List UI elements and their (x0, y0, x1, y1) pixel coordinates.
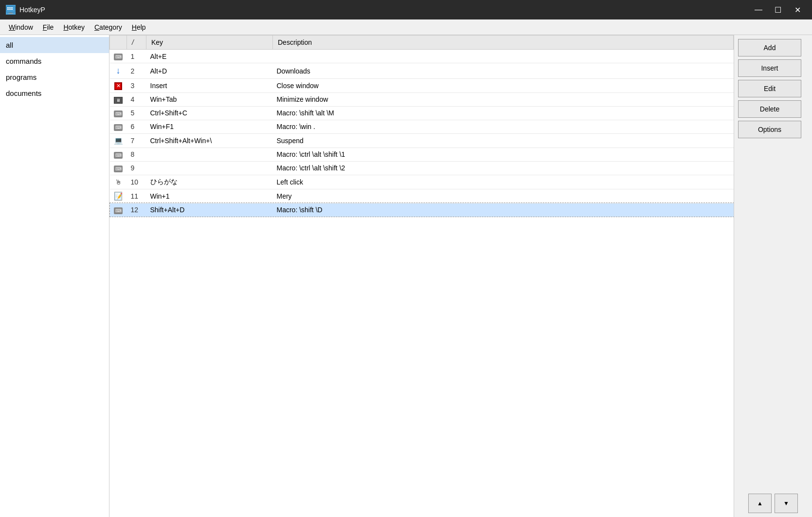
row-desc: Macro: \shift \alt \M (273, 106, 734, 120)
row-desc: Left click (273, 175, 734, 189)
row-key (146, 161, 273, 175)
table-row[interactable]: ⌨ 5 Ctrl+Shift+C Macro: \shift \alt \M (110, 106, 734, 120)
table-row[interactable]: 🖱 10 ひらがな Left click (110, 175, 734, 189)
row-num: 12 (127, 203, 146, 217)
insert-button[interactable]: Insert (738, 59, 801, 77)
col-icon (110, 36, 127, 50)
row-icon-cell: ⌨ (110, 120, 127, 133)
notepad-icon: 📝 (114, 192, 122, 201)
options-button[interactable]: Options (738, 121, 801, 138)
edit-button[interactable]: Edit (738, 80, 801, 97)
row-key: Alt+E (146, 50, 273, 63)
move-up-button[interactable]: ▲ (748, 494, 772, 513)
svg-rect-3 (11, 7, 13, 8)
row-icon-cell: ⌨ (110, 106, 127, 120)
menu-category[interactable]: Category (90, 21, 127, 33)
sidebar-item-all[interactable]: all (0, 37, 109, 53)
row-icon-cell: ⌨ (110, 50, 127, 63)
row-desc: Mery (273, 189, 734, 203)
table-row[interactable]: ↓ 2 Alt+D Downloads (110, 63, 734, 79)
row-num: 6 (127, 120, 146, 133)
row-num: 1 (127, 50, 146, 63)
move-down-button[interactable]: ▼ (775, 494, 798, 513)
keyboard-icon: ⌨ (114, 111, 123, 117)
col-description[interactable]: Description (273, 36, 734, 50)
row-key (146, 148, 273, 161)
right-panel: Add Insert Edit Delete Options ▲ ▼ (734, 35, 812, 517)
menu-hotkey[interactable]: Hotkey (58, 21, 90, 33)
table-row[interactable]: ⌨ 6 Win+F1 Macro: \win . (110, 120, 734, 133)
row-desc: Downloads (273, 63, 734, 79)
row-desc: Suspend (273, 133, 734, 148)
row-desc: Minimize window (273, 92, 734, 106)
row-key: Ctrl+Shift+Alt+Win+\ (146, 133, 273, 148)
sidebar-item-programs[interactable]: programs (0, 69, 109, 85)
row-key: Alt+D (146, 63, 273, 79)
row-desc: Close window (273, 79, 734, 93)
content-area: all commands programs documents / Key De… (0, 35, 812, 517)
row-icon-cell: ↓ (110, 63, 127, 79)
row-icon-cell: ⌨ (110, 161, 127, 175)
menu-window[interactable]: Window (4, 21, 38, 33)
table-row[interactable]: 📝 11 Win+1 Mery (110, 189, 734, 203)
row-num: 9 (127, 161, 146, 175)
svg-rect-4 (7, 9, 9, 10)
svg-rect-1 (7, 7, 9, 8)
row-num: 3 (127, 79, 146, 93)
hotkey-table-area: / Key Description ⌨ 1 Alt+E (109, 35, 734, 517)
close-x-icon: ✕ (114, 82, 122, 90)
table-row[interactable]: 🖥 4 Win+Tab Minimize window (110, 92, 734, 106)
title-bar: HotkeyP — ☐ ✕ (0, 0, 812, 19)
table-row[interactable]: ⌨ 8 Macro: \ctrl \alt \shift \1 (110, 148, 734, 161)
menu-file[interactable]: File (38, 21, 59, 33)
sidebar-item-commands[interactable]: commands (0, 53, 109, 69)
sidebar-item-documents[interactable]: documents (0, 85, 109, 101)
window-title: HotkeyP (19, 6, 750, 14)
row-key: Ctrl+Shift+C (146, 106, 273, 120)
row-desc: Macro: \ctrl \alt \shift \2 (273, 161, 734, 175)
row-desc: Macro: \ctrl \alt \shift \1 (273, 148, 734, 161)
app-icon (6, 5, 16, 15)
svg-rect-6 (11, 9, 13, 10)
row-num: 5 (127, 106, 146, 120)
row-key: Insert (146, 79, 273, 93)
row-icon-cell: 💻 (110, 133, 127, 148)
download-icon: ↓ (116, 66, 121, 75)
row-key: Win+Tab (146, 92, 273, 106)
table-row[interactable]: ✕ 3 Insert Close window (110, 79, 734, 93)
table-row[interactable]: ⌨ 1 Alt+E (110, 50, 734, 63)
table-row[interactable]: ⌨ 9 Macro: \ctrl \alt \shift \2 (110, 161, 734, 175)
keyboard-icon: ⌨ (114, 152, 123, 159)
maximize-button[interactable]: ☐ (769, 2, 787, 17)
col-key[interactable]: Key (146, 36, 273, 50)
delete-button[interactable]: Delete (738, 100, 801, 118)
row-icon-cell: ✕ (110, 79, 127, 93)
table-row[interactable]: 💻 7 Ctrl+Shift+Alt+Win+\ Suspend (110, 133, 734, 148)
row-num: 2 (127, 63, 146, 79)
main-window: HotkeyP — ☐ ✕ Window File Hotkey Categor… (0, 0, 812, 517)
row-icon-cell: 🖱 (110, 175, 127, 189)
keyboard-icon: ⌨ (114, 207, 123, 214)
row-key: Shift+Alt+D (146, 203, 273, 217)
close-button[interactable]: ✕ (789, 2, 806, 17)
table-row[interactable]: ⌨ 12 Shift+Alt+D Macro: \shift \D (110, 203, 734, 217)
menu-help[interactable]: Help (127, 21, 151, 33)
sidebar: all commands programs documents (0, 35, 109, 517)
row-key: Win+1 (146, 189, 273, 203)
row-num: 7 (127, 133, 146, 148)
row-icon-cell: ⌨ (110, 148, 127, 161)
row-key: ひらがな (146, 175, 273, 189)
svg-rect-2 (9, 7, 11, 8)
menu-bar: Window File Hotkey Category Help (0, 19, 812, 35)
row-icon-cell: ⌨ (110, 203, 127, 217)
row-desc: Macro: \win . (273, 120, 734, 133)
svg-rect-5 (9, 9, 11, 10)
minimize-button[interactable]: — (750, 2, 767, 17)
add-button[interactable]: Add (738, 39, 801, 56)
monitor-icon: 🖥 (114, 97, 123, 104)
col-sort[interactable]: / (127, 36, 146, 50)
keyboard-icon: ⌨ (114, 166, 123, 172)
keyboard-icon: ⌨ (114, 54, 123, 60)
window-controls: — ☐ ✕ (750, 2, 806, 17)
keyboard-icon: ⌨ (114, 124, 123, 131)
